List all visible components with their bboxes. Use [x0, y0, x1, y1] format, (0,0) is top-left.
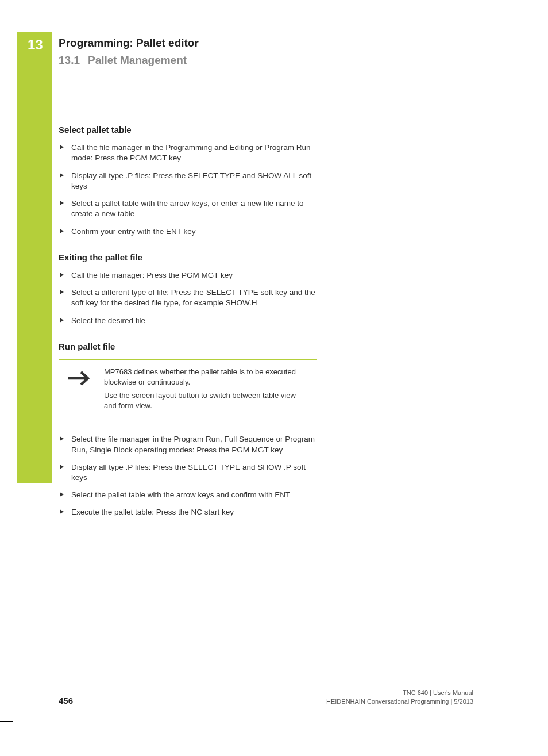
chapter-number: 13 — [28, 37, 43, 53]
sub-heading: Select pallet table — [59, 124, 317, 136]
step-item: Display all type .P files: Press the SEL… — [59, 171, 317, 191]
section-name: Pallet Management — [88, 54, 187, 66]
steps-list: Call the file manager: Press the PGM MGT… — [59, 270, 317, 326]
step-item: Confirm your entry with the ENT key — [59, 227, 317, 237]
crop-mark — [38, 0, 38, 10]
step-item: Select the pallet table with the arrow k… — [59, 490, 317, 500]
footer-line: TNC 640 | User's Manual — [326, 689, 473, 697]
sub-heading: Run pallet file — [59, 341, 317, 352]
note-box: MP7683 defines whether the pallet table … — [59, 359, 317, 421]
steps-list: Select the file manager in the Program R… — [59, 434, 317, 517]
section-title: 13.1Pallet Management — [59, 54, 495, 67]
step-item: Select a pallet table with the arrow key… — [59, 198, 317, 219]
section-number: 13.1 — [59, 54, 80, 66]
step-item: Execute the pallet table: Press the NC s… — [59, 507, 317, 517]
chapter-tab — [17, 32, 52, 483]
steps-list: Call the file manager in the Programming… — [59, 143, 317, 237]
footer-text: TNC 640 | User's Manual HEIDENHAIN Conve… — [326, 689, 473, 705]
section-select-pallet-table: Select pallet table Call the file manage… — [59, 124, 317, 237]
step-item: Display all type .P files: Press the SEL… — [59, 462, 317, 483]
note-paragraph: MP7683 defines whether the pallet table … — [104, 367, 308, 387]
arrow-right-icon — [66, 368, 95, 389]
chapter-title: Programming: Pallet editor — [59, 37, 495, 49]
note-paragraph: Use the screen layout button to switch b… — [104, 390, 308, 410]
crop-mark — [0, 721, 13, 722]
step-item: Select the file manager in the Program R… — [59, 434, 317, 455]
page-number: 456 — [59, 696, 73, 705]
section-run-pallet-file: Run pallet file MP7683 defines whether t… — [59, 341, 317, 518]
sub-heading: Exiting the pallet file — [59, 252, 317, 263]
step-item: Select a different type of file: Press t… — [59, 287, 317, 308]
step-item: Call the file manager: Press the PGM MGT… — [59, 270, 317, 281]
step-item: Select the desired file — [59, 316, 317, 326]
crop-mark — [510, 711, 510, 722]
crop-mark — [510, 0, 510, 10]
section-exiting-pallet-file: Exiting the pallet file Call the file ma… — [59, 252, 317, 326]
step-item: Call the file manager in the Programming… — [59, 143, 317, 163]
footer-line: HEIDENHAIN Conversational Programming | … — [326, 697, 473, 705]
